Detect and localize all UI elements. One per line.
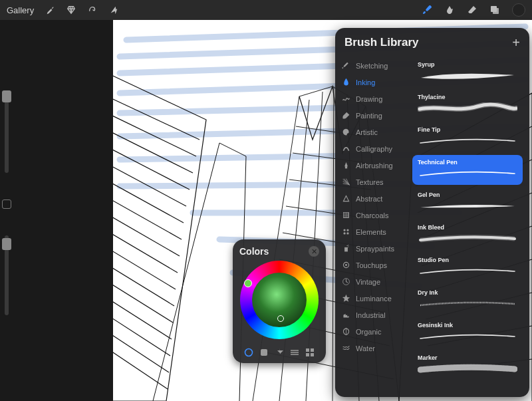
brush-stroke-preview [418, 298, 517, 310]
brush-item-label: Gel Pen [418, 192, 517, 198]
svg-rect-13 [343, 212, 348, 217]
color-picker-button[interactable] [512, 3, 525, 17]
opacity-slider[interactable] [5, 235, 9, 315]
airbrush-icon [342, 161, 350, 170]
svg-rect-18 [344, 247, 348, 252]
brush-category-abstract[interactable]: Abstract [335, 190, 410, 207]
ink-icon [342, 78, 350, 86]
brush-item-label: Ink Bleed [418, 224, 517, 231]
brush-category-label: Drawing [356, 95, 382, 103]
layers-icon[interactable] [489, 5, 500, 15]
brush-category-organic[interactable]: Organic [335, 323, 410, 340]
brush-category-spraypaints[interactable]: Spraypaints [335, 240, 410, 257]
colors-panel[interactable]: Colors ✕ [233, 239, 326, 363]
brush-item-label: Dry Ink [418, 289, 517, 296]
left-sidebar [0, 93, 13, 315]
gallery-button[interactable]: Gallery [7, 5, 34, 15]
classic-mode-icon[interactable] [259, 347, 269, 358]
brush-item-studio-pen[interactable]: Studio Pen [412, 253, 523, 283]
smudge-tool-icon[interactable] [444, 5, 455, 15]
svg-rect-5 [306, 348, 309, 352]
color-mode-tabs [239, 344, 319, 358]
squiggle-icon [342, 94, 350, 103]
brush-category-label: Touchups [356, 261, 387, 269]
disc-mode-icon[interactable] [243, 347, 254, 358]
brush-size-slider[interactable] [5, 93, 9, 173]
brush-category-label: Industrial [356, 311, 386, 319]
brush-category-label: Artistic [356, 128, 378, 136]
value-mode-icon[interactable] [289, 347, 300, 358]
brush-item-syrup[interactable]: Syrup [412, 57, 523, 87]
close-icon[interactable]: ✕ [309, 246, 319, 257]
palette-mode-icon[interactable] [305, 347, 315, 358]
brush-category-luminance[interactable]: Luminance [335, 290, 410, 307]
hue-indicator[interactable] [244, 279, 252, 287]
brush-category-list: SketchingInkingDrawingPaintingArtisticCa… [335, 56, 410, 397]
top-toolbar: Gallery [0, 0, 532, 20]
brush-category-industrial[interactable]: Industrial [335, 307, 410, 323]
svg-rect-1 [493, 8, 499, 14]
actions-icon[interactable] [45, 5, 55, 15]
brush-category-textures[interactable]: Textures [335, 174, 410, 190]
brush-item-gel-pen[interactable]: Gel Pen [412, 188, 523, 217]
brush-stroke-preview [418, 331, 517, 342]
spray-icon [342, 244, 350, 253]
brush-item-label: Marker [418, 354, 517, 361]
saturation-disc[interactable] [252, 273, 307, 327]
texture-icon [342, 178, 350, 186]
adjustments-icon[interactable] [66, 5, 76, 15]
svg-rect-4 [261, 349, 267, 356]
brush-category-sketching[interactable]: Sketching [335, 57, 410, 74]
brush-item-technical-pen[interactable]: Technical Pen [412, 155, 523, 185]
brush-item-gesinski-ink[interactable]: Gesinski Ink [412, 318, 523, 348]
brush-item-thylacine[interactable]: Thylacine [412, 90, 523, 120]
transform-icon[interactable] [108, 5, 119, 15]
brush-tool-icon[interactable] [422, 5, 432, 15]
brush-category-touchups[interactable]: Touchups [335, 257, 410, 273]
brush-category-water[interactable]: Water [335, 340, 410, 356]
brush-category-elements[interactable]: Elements [335, 223, 410, 240]
svg-rect-7 [306, 353, 309, 356]
color-indicator[interactable] [277, 315, 284, 322]
brush-category-charcoals[interactable]: Charcoals [335, 207, 410, 223]
svg-point-20 [348, 245, 348, 245]
brush-category-vintage[interactable]: Vintage [335, 273, 410, 290]
brush-category-painting[interactable]: Painting [335, 107, 410, 124]
brush-category-label: Abstract [356, 195, 382, 203]
harmony-mode-icon[interactable] [274, 347, 285, 358]
svg-rect-8 [311, 353, 314, 356]
brush-stroke-preview [418, 102, 517, 114]
calligraphy-icon [342, 144, 350, 153]
brush-category-drawing[interactable]: Drawing [335, 90, 410, 107]
selection-icon[interactable] [87, 5, 98, 15]
brush-list: SyrupThylacineFine TipTechnical PenGel P… [410, 56, 529, 397]
brush-item-fine-tip[interactable]: Fine Tip [412, 122, 523, 152]
vintage-icon [342, 277, 350, 286]
brush-item-dry-ink[interactable]: Dry Ink [412, 285, 523, 315]
color-wheel[interactable] [240, 261, 319, 339]
brush-item-ink-bleed[interactable]: Ink Bleed [412, 220, 523, 250]
luminance-icon [342, 294, 350, 303]
svg-point-23 [345, 264, 347, 266]
brush-stroke-preview [418, 265, 517, 277]
brush-category-label: Water [356, 344, 375, 352]
paintbrush-icon [342, 111, 350, 120]
brush-category-label: Inking [356, 78, 375, 86]
brush-category-label: Calligraphy [356, 145, 392, 153]
brush-item-marker[interactable]: Marker [412, 350, 523, 380]
colors-title: Colors [239, 246, 269, 257]
brush-category-airbrushing[interactable]: Airbrushing [335, 157, 410, 174]
brush-category-calligraphy[interactable]: Calligraphy [335, 140, 410, 157]
add-brush-button[interactable]: + [512, 36, 520, 49]
brush-category-label: Charcoals [356, 211, 389, 219]
brush-category-inking[interactable]: Inking [335, 74, 410, 90]
brush-category-label: Textures [356, 178, 384, 186]
charcoal-icon [342, 211, 350, 219]
brush-item-label: Fine Tip [418, 126, 517, 133]
svg-point-9 [344, 131, 345, 132]
eraser-tool-icon[interactable] [467, 5, 477, 15]
brush-stroke-preview [418, 135, 517, 147]
brush-stroke-preview [418, 168, 517, 180]
modify-button[interactable] [2, 200, 11, 209]
brush-category-artistic[interactable]: Artistic [335, 124, 410, 140]
